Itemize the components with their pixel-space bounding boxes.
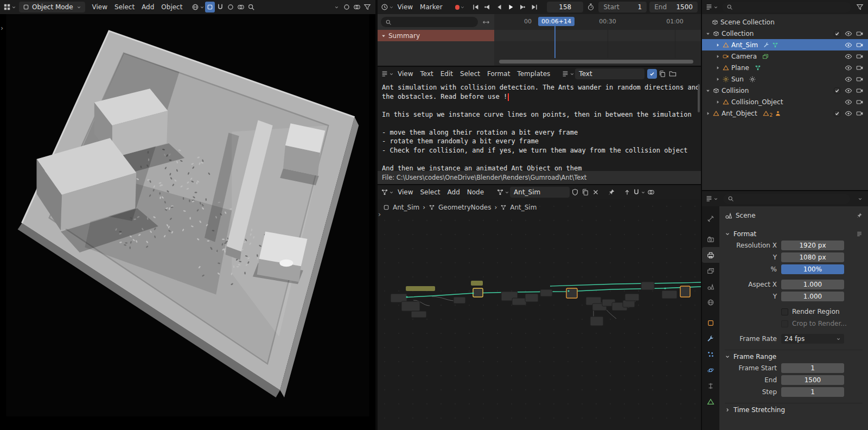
timeline-editor-type-icon[interactable] bbox=[381, 2, 394, 12]
disable-render-camera-icon[interactable] bbox=[856, 41, 864, 49]
disclosure-icon[interactable] bbox=[705, 88, 711, 93]
collapse-icon[interactable] bbox=[381, 33, 386, 39]
stopwatch-icon[interactable] bbox=[586, 2, 596, 12]
frame-rate-dropdown[interactable]: 24 fps bbox=[781, 334, 844, 344]
sidebar-toggle-icon[interactable]: › bbox=[1, 24, 3, 32]
hide-viewport-eye-icon[interactable] bbox=[845, 30, 852, 37]
previous-keyframe-button[interactable] bbox=[482, 2, 493, 12]
menu-select[interactable]: Select bbox=[417, 187, 443, 198]
tab-output[interactable] bbox=[702, 247, 719, 263]
node-overlays-icon[interactable] bbox=[646, 187, 656, 198]
breadcrumb-modifier[interactable]: GeometryNodes bbox=[438, 204, 491, 211]
new-text-icon[interactable] bbox=[658, 68, 667, 79]
text-editor-type-icon[interactable] bbox=[381, 68, 394, 79]
open-text-icon[interactable] bbox=[668, 68, 678, 79]
tab-tool[interactable] bbox=[702, 211, 719, 226]
modifier-wrench-icon[interactable] bbox=[763, 42, 770, 48]
outliner-search-input[interactable] bbox=[722, 2, 851, 12]
menu-view[interactable]: View bbox=[394, 68, 416, 79]
outliner-row-camera[interactable]: Camera bbox=[702, 50, 868, 62]
disclosure-icon[interactable] bbox=[715, 65, 720, 71]
node-editor-type-icon[interactable] bbox=[381, 187, 394, 198]
format-panel-header[interactable]: Format bbox=[725, 227, 863, 239]
outliner-row-collision[interactable]: Collision bbox=[702, 85, 868, 96]
menu-add[interactable]: Add bbox=[138, 2, 157, 12]
exclude-checkbox-icon[interactable] bbox=[833, 87, 841, 94]
sun-data-icon[interactable] bbox=[749, 76, 756, 83]
text-browse-icon[interactable] bbox=[561, 68, 575, 79]
pivot-point-icon[interactable] bbox=[205, 2, 215, 12]
tab-particles[interactable] bbox=[702, 346, 719, 362]
render-region-checkbox[interactable] bbox=[781, 308, 788, 315]
mode-select[interactable]: Object Mode bbox=[19, 2, 85, 12]
frame-end-field[interactable]: End1500 bbox=[649, 2, 698, 12]
geometry-nodes-icon[interactable] bbox=[755, 65, 761, 71]
hide-viewport-eye-icon[interactable] bbox=[845, 110, 852, 117]
current-frame-field[interactable]: 158 bbox=[547, 2, 583, 12]
tab-object[interactable] bbox=[702, 315, 719, 331]
disclosure-icon[interactable] bbox=[715, 77, 720, 82]
editor-type-icon[interactable] bbox=[3, 2, 16, 12]
frame-start-field[interactable]: 1 bbox=[781, 363, 844, 373]
disclosure-icon[interactable] bbox=[715, 42, 720, 48]
timeline-ruler[interactable]: 00 00:06+14 00:30 01:00 bbox=[494, 14, 701, 30]
play-button[interactable] bbox=[505, 2, 516, 12]
frame-range-panel-header[interactable]: Frame Range bbox=[725, 350, 863, 362]
overlap-circles-icon[interactable] bbox=[236, 2, 246, 12]
crop-to-render-checkbox[interactable] bbox=[781, 320, 788, 327]
outliner-row-scene-collection[interactable]: Scene Collection bbox=[702, 16, 868, 28]
menu-format[interactable]: Format bbox=[484, 68, 513, 79]
text-content[interactable]: Ant simulation with collision detection.… bbox=[378, 81, 701, 171]
resolution-x-field[interactable]: 1920 px bbox=[781, 241, 844, 250]
next-keyframe-button[interactable] bbox=[517, 2, 528, 12]
pin-icon[interactable] bbox=[856, 212, 863, 219]
resolution-y-field[interactable]: 1080 px bbox=[781, 252, 844, 262]
tab-constraints[interactable] bbox=[702, 378, 719, 394]
hide-viewport-eye-icon[interactable] bbox=[845, 41, 852, 49]
menu-select[interactable]: Select bbox=[111, 2, 138, 12]
menu-view[interactable]: View bbox=[394, 187, 416, 198]
tab-physics[interactable] bbox=[702, 362, 719, 378]
disclosure-icon[interactable] bbox=[715, 54, 720, 59]
hide-viewport-eye-icon[interactable] bbox=[845, 87, 852, 94]
unlink-icon[interactable] bbox=[591, 187, 601, 198]
properties-search-input[interactable] bbox=[723, 194, 850, 204]
disable-render-camera-icon[interactable] bbox=[856, 87, 864, 94]
menu-node[interactable]: Node bbox=[464, 187, 487, 198]
outliner-filter-icon[interactable] bbox=[855, 2, 865, 12]
disclosure-icon[interactable] bbox=[705, 111, 711, 116]
geometry-nodes-icon[interactable] bbox=[772, 42, 778, 48]
menu-add[interactable]: Add bbox=[444, 187, 463, 198]
current-frame-badge[interactable]: 00:06+14 bbox=[538, 17, 575, 26]
frame-start-field[interactable]: Start1 bbox=[598, 2, 647, 12]
tab-view-layer[interactable] bbox=[702, 263, 719, 279]
channel-list-area[interactable] bbox=[378, 41, 494, 66]
menu-view[interactable]: View bbox=[89, 2, 111, 12]
jump-to-end-button[interactable] bbox=[529, 2, 540, 12]
filter-funnel-icon[interactable] bbox=[362, 2, 372, 12]
disable-render-camera-icon[interactable] bbox=[856, 75, 864, 83]
outliner-row-collision-object[interactable]: Collision_Object bbox=[702, 96, 868, 108]
outliner-editor-type-icon[interactable] bbox=[705, 2, 718, 12]
text-datablock-field[interactable]: Text bbox=[575, 68, 644, 79]
outliner-row-collection[interactable]: Collection bbox=[702, 28, 868, 39]
gizmo-icon[interactable] bbox=[342, 2, 352, 12]
node-snap-icon[interactable] bbox=[633, 187, 646, 198]
breadcrumb-node-tree[interactable]: Ant_Sim bbox=[510, 204, 537, 211]
disclosure-icon[interactable] bbox=[715, 99, 720, 105]
menu-text[interactable]: Text bbox=[417, 68, 436, 79]
outliner-row-sun[interactable]: Sun bbox=[702, 73, 868, 85]
geometry-node-editor[interactable]: › View Select Add Node Ant_Sim Ant_Sim ›… bbox=[378, 185, 701, 430]
viewport-search-icon[interactable] bbox=[246, 2, 256, 12]
aspect-x-field[interactable]: 1.000 bbox=[781, 280, 844, 289]
overlays-icon[interactable] bbox=[352, 2, 362, 12]
disable-render-camera-icon[interactable] bbox=[856, 64, 864, 72]
frame-end-field[interactable]: 1500 bbox=[781, 375, 844, 385]
tab-render[interactable] bbox=[702, 231, 719, 247]
properties-editor-type-icon[interactable] bbox=[705, 193, 718, 204]
fake-user-shield-icon[interactable] bbox=[570, 187, 580, 198]
auto-keyframe-button[interactable] bbox=[455, 2, 465, 12]
channel-search-input[interactable] bbox=[381, 17, 478, 27]
background-image-icon[interactable] bbox=[762, 53, 769, 60]
menu-templates[interactable]: Templates bbox=[514, 68, 553, 79]
